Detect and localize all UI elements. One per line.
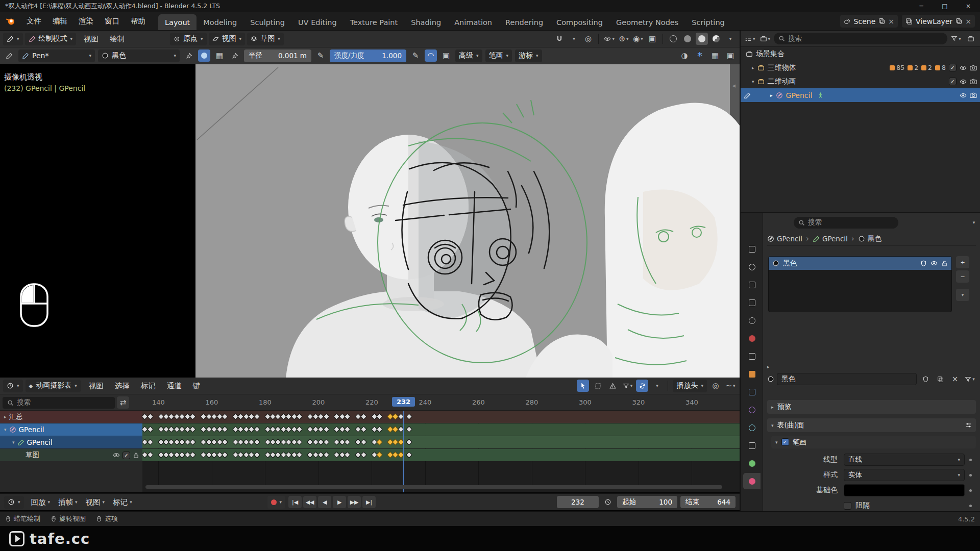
keyframe[interactable] (189, 426, 196, 433)
dope-sheet-mode-dropdown[interactable]: ◆ 动画摄影表▾ (26, 380, 81, 392)
keyframe[interactable] (323, 413, 330, 420)
playhead-snap-dropdown[interactable]: 播放头▾ (673, 380, 707, 392)
workspace-tab-layout[interactable]: Layout (158, 14, 197, 30)
dope-sheet-menu-标记[interactable]: 标记 (135, 381, 161, 391)
outliner-row-scene-collection[interactable]: 场景集合 (741, 47, 980, 61)
strength-slider[interactable]: 强度/力度1.000 (330, 49, 406, 62)
shading-material[interactable] (696, 33, 708, 45)
workspace-tab-rendering[interactable]: Rendering (499, 14, 550, 30)
snowflake-icon[interactable]: * (694, 49, 706, 62)
shading-wireframe[interactable] (667, 33, 679, 45)
radius-slider[interactable]: 半径0.001 m (244, 49, 311, 62)
keyframe[interactable] (189, 413, 196, 420)
layer-lock-icon[interactable] (133, 452, 139, 459)
expand-icon[interactable]: ▸ (752, 65, 754, 70)
properties-tab-effects[interactable] (743, 402, 761, 418)
horizontal-scrollbar[interactable] (145, 485, 722, 489)
frame-end-field[interactable]: 结束644 (680, 496, 736, 508)
new-scene-icon[interactable] (878, 18, 885, 24)
keyframe[interactable] (222, 439, 228, 445)
keyframe[interactable] (406, 439, 412, 445)
properties-tab-object-data[interactable] (743, 455, 761, 471)
render-visibility-icon[interactable] (970, 64, 977, 71)
properties-tab-view-layer[interactable] (743, 294, 761, 311)
collapsed-panel[interactable]: ▸ (767, 361, 976, 372)
channel-key-strip[interactable]: « (142, 436, 740, 448)
properties-tab-modifiers[interactable] (743, 384, 761, 400)
falloff-icon[interactable] (229, 49, 241, 62)
animate-dot[interactable] (965, 474, 976, 477)
editor-type-dropdown[interactable]: ▾ (3, 33, 23, 45)
outliner-filter-dropdown[interactable]: ▾ (950, 33, 962, 45)
current-frame-field[interactable]: 232 (557, 496, 599, 508)
dope-sheet-menu-选择[interactable]: 选择 (109, 381, 135, 391)
properties-tab-tool[interactable] (743, 241, 761, 257)
channel-expand-icon[interactable]: ▾ (12, 440, 15, 445)
dope-sheet-menu-键[interactable]: 键 (187, 381, 206, 391)
play-button[interactable]: ▶ (333, 496, 346, 508)
cursor-dropdown[interactable]: 游标▾ (515, 49, 542, 62)
properties-tab-physics[interactable] (743, 419, 761, 436)
breadcrumb-item[interactable]: GPencil (767, 235, 802, 243)
properties-tab-render[interactable] (743, 259, 761, 275)
auto-keying-toggle[interactable]: ▾ (267, 496, 286, 509)
falloff-dropdown[interactable]: ~▾ (724, 380, 737, 392)
channel-key-strip[interactable]: « (142, 449, 740, 461)
gizmo-dropdown[interactable]: ⊕▾ (618, 33, 630, 45)
jump-start-button[interactable]: |◀ (288, 496, 302, 508)
brush-selector[interactable]: Pen*▾ (18, 49, 95, 62)
channel-search-input[interactable]: 搜索 (3, 397, 115, 409)
keyframe[interactable] (360, 439, 367, 445)
workspace-tab-scripting[interactable]: Scripting (685, 14, 731, 30)
stabilizer-options-icon[interactable]: ▣ (440, 49, 452, 62)
workspace-tab-sculpting[interactable]: Sculpting (243, 14, 291, 30)
material-filter-dropdown[interactable]: ▾ (964, 373, 976, 385)
channel-key-strip[interactable]: « (142, 411, 740, 423)
workspace-tab-modeling[interactable]: Modeling (197, 14, 243, 30)
expand-icon[interactable]: ▸ (770, 93, 773, 98)
region-collapse-arrow[interactable]: ◂ (732, 82, 736, 89)
keyframe[interactable] (376, 426, 383, 433)
properties-tab-scene[interactable] (743, 312, 761, 329)
keyframe[interactable] (406, 426, 412, 433)
expand-icon[interactable]: ▾ (752, 79, 754, 84)
properties-tab-constraints[interactable] (743, 437, 761, 454)
stroke-checkbox[interactable] (781, 438, 789, 446)
texture-icon[interactable]: ▦ (213, 49, 226, 62)
outliner-display-dropdown[interactable]: ▾ (759, 33, 772, 45)
keyframe[interactable] (147, 413, 154, 420)
menu-文件[interactable]: 文件 (21, 12, 47, 30)
snap-toggle[interactable] (553, 33, 566, 45)
keyframe[interactable] (344, 413, 351, 420)
dope-sheet-key-area[interactable]: ▸汇总«▾GPencil«▾GPencil«草图« (0, 411, 740, 492)
keyframe[interactable] (360, 452, 367, 458)
menu-帮助[interactable]: 帮助 (125, 12, 151, 30)
breadcrumb-item[interactable]: 黑色 (858, 234, 881, 243)
proportional-edit-toggle[interactable]: ◎ (709, 380, 722, 392)
workspace-tab-compositing[interactable]: Compositing (550, 14, 609, 30)
mirror-icon[interactable]: ◑ (678, 49, 691, 62)
render-visibility-icon[interactable] (970, 78, 977, 85)
channel-expand-icon[interactable]: ▸ (4, 414, 7, 419)
frame-start-field[interactable]: 起始100 (617, 496, 677, 508)
keyframe[interactable] (360, 413, 367, 420)
world-space-toggle[interactable] (198, 49, 210, 62)
collection-checkbox[interactable] (949, 64, 957, 71)
properties-tab-world[interactable] (743, 330, 761, 346)
outliner-row-gpencil[interactable]: ▸ GPencil (741, 88, 980, 102)
render-visibility-icon[interactable] (970, 92, 977, 99)
surface-panel-header[interactable]: ▾ 表(曲)面 (767, 418, 976, 432)
dope-sheet-menu-通道[interactable]: 通道 (161, 381, 187, 391)
viewport-menu-绘制[interactable]: 绘制 (104, 34, 130, 44)
channel-layer[interactable]: 草图 (0, 449, 142, 461)
overlays-dropdown[interactable]: ◉▾ (632, 33, 644, 45)
dope-sheet-editor-dropdown[interactable]: ▾ (3, 380, 23, 392)
layer-hide-icon[interactable] (113, 452, 120, 459)
stroke-dropdown[interactable]: 笔画▾ (485, 49, 512, 62)
mode-dropdown[interactable]: 绘制模式▾ (25, 33, 77, 45)
keyframe[interactable] (376, 413, 383, 420)
keyframe[interactable] (323, 439, 330, 445)
filter-dropdown[interactable]: ▾ (621, 380, 633, 392)
keyframe[interactable] (147, 439, 154, 445)
brush-icon[interactable] (3, 49, 15, 62)
